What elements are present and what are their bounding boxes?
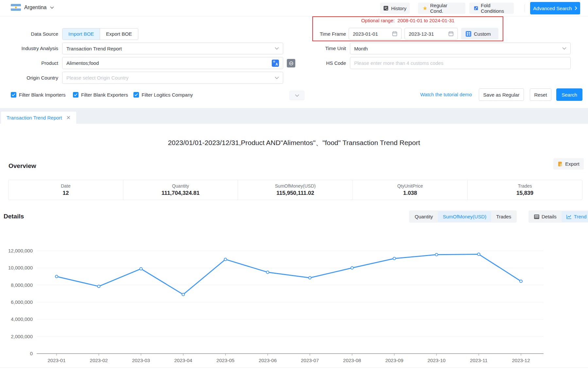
save-as-regular-button[interactable]: Save as Regular — [479, 88, 524, 101]
result-tab-strip: Transaction Trend Report ✕ — [0, 108, 588, 124]
svg-text:2023-09: 2023-09 — [385, 358, 403, 363]
origin-country-label: Origin Country — [0, 72, 58, 84]
regular-cond-label: Regular Cond. — [430, 3, 461, 14]
details-heading: Details — [4, 213, 24, 220]
date-to-input[interactable] — [409, 31, 448, 37]
export-button[interactable]: Export — [553, 158, 584, 170]
app-screen: Argentina History ★ Regular Cond. — [0, 0, 588, 369]
industry-analysis-select[interactable]: Transaction Trend Report — [62, 43, 283, 54]
date-to-field[interactable] — [405, 28, 458, 40]
top-header: Argentina History ★ Regular Cond. — [0, 0, 588, 16]
calendar-icon — [392, 31, 397, 36]
product-field[interactable]: A — [62, 57, 283, 69]
stat-value: 12 — [63, 190, 69, 196]
checkbox-checked-icon — [73, 92, 78, 98]
checkbox-checked-icon — [133, 92, 139, 98]
line-chart-icon — [566, 214, 572, 219]
stat-value: 15,839 — [516, 190, 533, 196]
view-tab-trend[interactable]: Trend — [562, 211, 588, 222]
svg-text:2023-11: 2023-11 — [470, 358, 488, 363]
time-unit-value: Month — [354, 46, 368, 51]
industry-analysis-value: Transaction Trend Report — [66, 46, 122, 51]
trend-chart[interactable]: 02,000,0004,000,0006,000,0008,000,00010,… — [0, 238, 588, 367]
header-divider — [525, 4, 525, 12]
view-tab-label: Trend — [574, 214, 587, 219]
date-from-field[interactable] — [349, 28, 402, 40]
custom-label: Custom — [474, 31, 491, 37]
fold-conditions-label: Fold Conditions — [481, 3, 509, 14]
search-button[interactable]: Search — [556, 88, 582, 101]
fold-conditions-button[interactable]: Fold Conditions — [469, 3, 514, 14]
tab-transaction-trend-report[interactable]: Transaction Trend Report ✕ — [1, 112, 76, 124]
filter-logitics-company-checkbox[interactable]: Filter Logitics Company — [133, 92, 193, 98]
argentina-flag-icon — [11, 4, 21, 11]
chevron-down-icon — [275, 77, 279, 79]
reset-button[interactable]: Reset — [530, 88, 551, 101]
stat-quantity: Quantity 111,704,324.81 — [123, 180, 238, 200]
date-from-input[interactable] — [353, 31, 392, 37]
table-icon — [534, 214, 539, 219]
bottom-divider — [0, 367, 588, 368]
stat-label: Quantity — [172, 183, 189, 189]
expand-conditions-button[interactable] — [289, 91, 304, 100]
checkbox-label: Filter Logitics Company — [142, 92, 193, 98]
export-label: Export — [565, 161, 579, 167]
svg-text:2023-07: 2023-07 — [301, 358, 319, 363]
svg-text:2023-06: 2023-06 — [259, 358, 277, 363]
metric-toggle-group: Quantity SumOfMoney(USD) Trades — [409, 211, 517, 223]
tutorial-demo-link[interactable]: Watch the tutorial demo — [420, 92, 472, 97]
time-unit-select[interactable]: Month — [350, 43, 571, 54]
advanced-search-button[interactable]: Advanced Search — [530, 2, 580, 14]
stat-qty-unit-price: QtyUnitPrice 1.038 — [353, 180, 467, 200]
chevron-down-icon — [50, 6, 54, 9]
svg-text:2023-01: 2023-01 — [47, 358, 65, 363]
stat-label: Date — [61, 183, 71, 189]
data-source-label: Data Source — [0, 28, 58, 40]
optional-range-note: Optional range: 2008-01-01 to 2024-01-31 — [312, 18, 503, 23]
history-label: History — [391, 6, 406, 11]
svg-text:4,000,000: 4,000,000 — [11, 316, 33, 322]
tab-close-icon[interactable]: ✕ — [66, 115, 71, 121]
svg-text:0: 0 — [30, 351, 33, 356]
svg-text:2023-10: 2023-10 — [427, 358, 445, 363]
svg-text:2023-02: 2023-02 — [90, 358, 108, 363]
svg-text:6,000,000: 6,000,000 — [11, 299, 33, 305]
chevron-down-icon — [295, 94, 299, 97]
custom-icon — [466, 31, 471, 37]
metric-tab-trades[interactable]: Trades — [491, 211, 516, 222]
history-button[interactable]: History — [380, 3, 410, 14]
custom-range-button[interactable]: Custom — [461, 28, 498, 40]
svg-text:2023-08: 2023-08 — [343, 358, 361, 363]
overview-heading: Overview — [9, 162, 36, 170]
stat-date: Date 12 — [9, 180, 123, 200]
overview-stats-card: Date 12 Quantity 111,704,324.81 SumOfMon… — [8, 180, 582, 200]
product-label: Product — [0, 57, 58, 69]
svg-text:12,000,000: 12,000,000 — [8, 248, 33, 253]
tab-label: Transaction Trend Report — [7, 115, 62, 120]
filter-blank-importers-checkbox[interactable]: Filter Blank Importers — [11, 92, 66, 98]
origin-country-select[interactable]: Please select Origin Country — [62, 72, 283, 84]
hs-code-input[interactable] — [354, 60, 566, 66]
stat-label: SumOfMoney(USD) — [275, 183, 316, 189]
product-input[interactable] — [66, 60, 272, 66]
regular-cond-button[interactable]: ★ Regular Cond. — [418, 3, 465, 14]
country-label: Argentina — [24, 5, 47, 10]
fold-icon — [474, 6, 478, 11]
view-toggle-group: Details Trend — [528, 211, 588, 223]
filter-blank-exporters-checkbox[interactable]: Filter Blank Exporters — [73, 92, 128, 98]
origin-country-placeholder: Please select Origin Country — [66, 75, 129, 81]
view-tab-details[interactable]: Details — [529, 211, 562, 222]
hs-code-field[interactable] — [350, 57, 571, 69]
checkbox-checked-icon — [11, 92, 16, 98]
advanced-search-label: Advanced Search — [533, 6, 572, 11]
export-icon — [558, 161, 563, 167]
svg-text:2023-12: 2023-12 — [512, 358, 530, 363]
svg-text:8,000,000: 8,000,000 — [11, 282, 33, 288]
export-boe-tab[interactable]: Export BOE — [100, 28, 138, 40]
import-boe-tab[interactable]: Import BOE — [62, 28, 100, 40]
time-frame-label: Time Frame — [268, 28, 346, 40]
country-selector[interactable]: Argentina — [11, 4, 54, 11]
stat-value: 1.038 — [403, 190, 417, 196]
metric-tab-sum-of-money[interactable]: SumOfMoney(USD) — [438, 211, 491, 222]
metric-tab-quantity[interactable]: Quantity — [410, 211, 438, 222]
